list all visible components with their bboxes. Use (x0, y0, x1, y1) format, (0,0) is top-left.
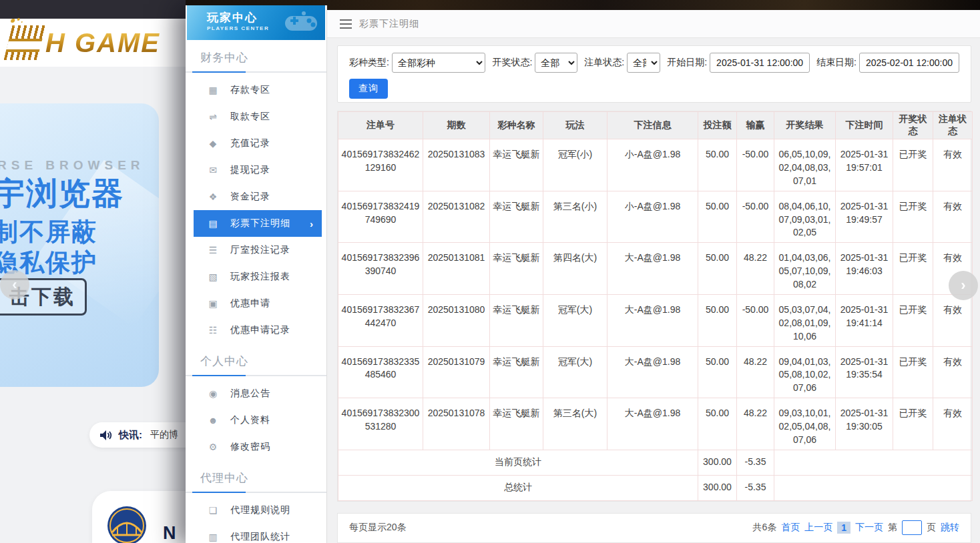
sidebar-item[interactable]: ❖资金记录› (194, 183, 322, 210)
column-header-period: 期数 (423, 112, 490, 139)
chevron-right-icon: › (310, 218, 313, 229)
pagination-bar: 每页显示20条 共6条 首页 上一页 1 下一页 第 页 跳转 (337, 513, 971, 543)
sidebar-item[interactable]: ◉消息公告› (194, 380, 322, 407)
promo-apply-record-icon: ☷ (207, 325, 219, 336)
table-header-row: 注单号期数彩种名称玩法下注信息投注额输赢开奖结果下注时间开奖状态注单状态 (338, 112, 973, 139)
player-bet-report-icon: ▧ (207, 272, 219, 282)
page-number-input[interactable] (902, 520, 922, 535)
cell-lottery-name: 幸运飞艇新 (490, 139, 543, 191)
lottery-type-label: 彩种类型: (349, 57, 389, 69)
draw-status-label: 开奖状态: (492, 57, 532, 69)
cell-play: 冠军(大) (543, 346, 607, 398)
cell-play: 冠军(大) (543, 294, 607, 346)
section-divider (186, 71, 326, 73)
page-title: 彩票下注明细 (359, 18, 419, 30)
sidebar-item-label: 修改密码 (230, 441, 270, 453)
sidebar-item[interactable]: ▥代理团队统计› (194, 524, 322, 543)
filter-bar: 彩种类型: 全部彩种 开奖状态: 全部 注单状态: 全部 开始日期: (337, 45, 971, 103)
cell-draw-status: 已开奖 (893, 243, 933, 295)
column-header-bet-info: 下注信息 (607, 112, 698, 139)
sidebar-item[interactable]: ✉提现记录› (194, 157, 322, 183)
sidebar-item[interactable]: ☰厅室投注记录› (194, 237, 322, 263)
sidebar-item[interactable]: ❏代理规则说明› (194, 497, 322, 524)
sidebar-section-label: 代理中心 (186, 470, 326, 486)
cell-order-status: 有效 (933, 191, 973, 243)
table-row: 40156917383246212916020250131083幸运飞艇新冠军(… (338, 139, 973, 191)
sidebar-item[interactable]: ▧玩家投注报表› (194, 263, 322, 290)
cell-win-loss: -50.00 (737, 139, 774, 191)
cell-draw-result: 05,03,07,04,02,08,01,09,10,06 (774, 294, 836, 346)
sidebar-item-label: 个人资料 (230, 414, 270, 426)
sidebar-item-label: 彩票下注明细 (230, 217, 290, 229)
main-header: 彩票下注明细 (327, 10, 980, 38)
gamepad-icon (284, 11, 318, 33)
column-header-bet-time: 下注时间 (836, 112, 893, 139)
order-status-select[interactable]: 全部 (627, 53, 660, 73)
sidebar-item[interactable]: ⚙修改密码› (194, 434, 322, 460)
next-page-link[interactable]: 下一页 (855, 522, 883, 534)
withdrawal-record-icon: ✉ (207, 165, 219, 175)
sidebar-item[interactable]: ◆充值记录› (194, 130, 322, 157)
cell-play: 第三名(小) (543, 191, 607, 243)
carousel-next-chevron[interactable]: › (949, 271, 978, 300)
hh-game-logo-icon (4, 25, 46, 60)
hall-bet-record-icon: ☰ (207, 245, 219, 255)
lottery-type-select[interactable]: 全部彩种 (392, 53, 485, 73)
sidebar-item-label: 厅室投注记录 (230, 244, 290, 256)
cell-bet-time: 2025-01-31 19:35:54 (836, 346, 893, 398)
summary-empty (774, 450, 973, 475)
table-row: 40156917383236744247020250131080幸运飞艇新冠军(… (338, 294, 973, 346)
sidebar-item[interactable]: ☷优惠申请记录› (194, 317, 322, 344)
cell-amount: 50.00 (698, 243, 737, 295)
browser-ad-card: RSE BROWSER 宇浏览器 制不屏蔽 隐私保护 击下载 (0, 103, 159, 387)
bet-table-card: 注单号期数彩种名称玩法下注信息投注额输赢开奖结果下注时间开奖状态注单状态 401… (337, 111, 971, 502)
cell-win-loss: 48.22 (737, 243, 774, 295)
cell-draw-result: 08,04,06,10,07,09,03,01,02,05 (774, 191, 836, 243)
cell-draw-result: 09,03,10,01,02,05,04,08,07,06 (774, 398, 836, 450)
sidebar-section: 代理中心❏代理规则说明›▥代理团队统计› (186, 470, 326, 543)
sidebar-item[interactable]: ▦存款专区› (194, 77, 322, 103)
draw-status-select[interactable]: 全部 (535, 53, 577, 73)
prev-page-link[interactable]: 上一页 (804, 522, 832, 534)
background-logo-bar: H GAME (0, 19, 186, 67)
start-date-input[interactable] (710, 53, 810, 73)
cell-bet-no: 401569173832335485460 (338, 346, 423, 398)
sidebar-item-label: 优惠申请记录 (230, 324, 290, 336)
ad-headline: 宇浏览器 (0, 173, 124, 215)
cell-bet-time: 2025-01-31 19:57:01 (836, 139, 893, 191)
hamburger-menu-icon[interactable] (340, 19, 352, 29)
sidebar-item-label: 消息公告 (230, 388, 270, 400)
sidebar-item[interactable]: ▣优惠申请› (194, 290, 322, 317)
news-card-letter: N (163, 523, 176, 543)
cell-bet-info: 小-A盘@1.98 (607, 191, 698, 243)
column-header-draw-result: 开奖结果 (774, 112, 836, 139)
search-button[interactable]: 查询 (349, 79, 388, 99)
end-date-input[interactable] (859, 53, 959, 73)
sidebar-item[interactable]: ☻个人资料› (194, 407, 322, 434)
order-status-label: 注单状态: (584, 57, 624, 69)
cell-bet-info: 大-A盘@1.98 (607, 398, 698, 450)
cell-play: 第四名(大) (543, 243, 607, 295)
current-page-badge: 1 (837, 522, 850, 534)
content-area: 彩种类型: 全部彩种 开奖状态: 全部 注单状态: 全部 开始日期: (327, 38, 980, 543)
jump-button[interactable]: 跳转 (941, 522, 959, 534)
promo-apply-icon: ▣ (207, 298, 219, 309)
jump-suffix-label: 页 (927, 522, 936, 534)
document-icon: ❏ (207, 505, 219, 516)
sidebar-item-label: 充值记录 (230, 137, 270, 149)
cell-bet-no: 401569173832462129160 (338, 139, 423, 191)
sidebar-item-label: 玩家投注报表 (230, 271, 290, 283)
person-icon: ☻ (207, 415, 219, 426)
per-page-label: 每页显示20条 (349, 522, 407, 534)
cell-draw-result: 06,05,10,09,02,04,08,03,07,01 (774, 139, 836, 191)
sidebar: 玩家中心 PLAYERS CENTER 财务中心▦存款专区›⇌取款专区›◆充值记… (186, 5, 327, 543)
sidebar-collapse-chevron[interactable]: ‹ (0, 270, 29, 300)
summary-amount: 300.00 (698, 450, 737, 475)
sidebar-item[interactable]: ▤彩票下注明细› (194, 210, 322, 237)
cell-win-loss: 48.22 (737, 398, 774, 450)
first-page-link[interactable]: 首页 (781, 522, 800, 534)
section-divider (186, 492, 326, 493)
cell-amount: 50.00 (698, 139, 737, 191)
sidebar-item[interactable]: ⇌取款专区› (194, 103, 322, 130)
cell-bet-no: 401569173832367442470 (338, 294, 423, 346)
